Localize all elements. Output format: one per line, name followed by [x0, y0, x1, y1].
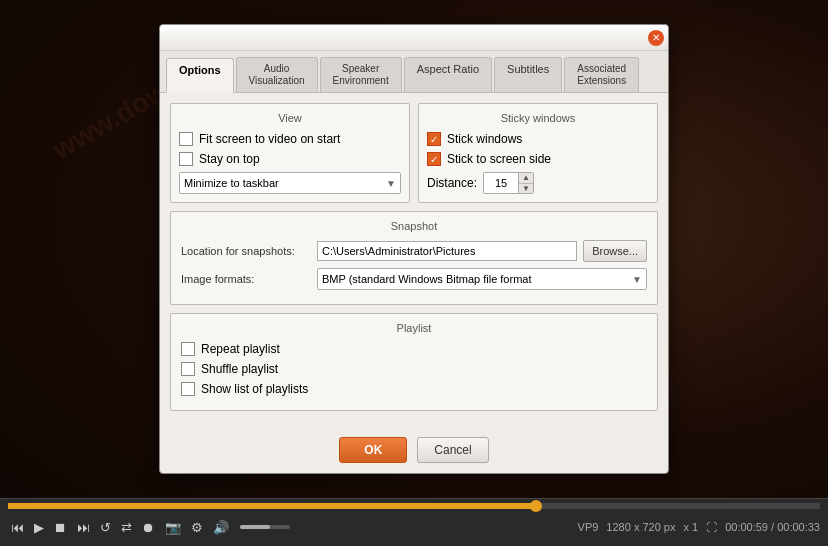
stay-on-top-row: Stay on top: [179, 152, 401, 166]
distance-input[interactable]: [484, 173, 519, 193]
tab-subtitles[interactable]: Subtitles: [494, 57, 562, 92]
location-input[interactable]: [317, 241, 577, 261]
close-button[interactable]: ✕: [648, 30, 664, 46]
tab-speaker-environment[interactable]: SpeakerEnvironment: [320, 57, 402, 92]
fit-screen-label: Fit screen to video on start: [199, 132, 340, 146]
playlist-section: Playlist Repeat playlist Shuffle playlis…: [170, 313, 658, 411]
stick-windows-row: Stick windows: [427, 132, 649, 146]
options-dialog: ✕ Options AudioVisualization SpeakerEnvi…: [159, 24, 669, 474]
time-display: 00:00:59 / 00:00:33: [725, 521, 820, 533]
distance-decrement-button[interactable]: ▼: [519, 183, 533, 193]
stick-to-screen-label: Stick to screen side: [447, 152, 551, 166]
play-prev-button[interactable]: ⏮: [8, 518, 27, 537]
control-bar: ⏮ ▶ ⏹ ⏭ ↺ ⇄ ⏺ 📷 ⚙ 🔊 VP9 1280 x 720 px x …: [0, 498, 828, 546]
tab-associated-extensions[interactable]: AssociatedExtensions: [564, 57, 639, 92]
format-row: Image formats: BMP (standard Windows Bit…: [181, 268, 647, 290]
dialog-titlebar: ✕: [160, 25, 668, 51]
stick-to-screen-checkbox[interactable]: [427, 152, 441, 166]
tab-options[interactable]: Options: [166, 58, 234, 93]
distance-spinner-buttons: ▲ ▼: [519, 173, 533, 193]
top-panels: View Fit screen to video on start Stay o…: [170, 103, 658, 203]
show-list-label: Show list of playlists: [201, 382, 308, 396]
volume-icon[interactable]: 🔊: [210, 518, 232, 537]
progress-thumb: [530, 500, 542, 512]
distance-increment-button[interactable]: ▲: [519, 173, 533, 183]
format-select-arrow: ▼: [632, 274, 642, 285]
playlist-title: Playlist: [181, 322, 647, 334]
distance-row: Distance: ▲ ▼: [427, 172, 649, 194]
shuffle-playlist-checkbox[interactable]: [181, 362, 195, 376]
ok-button[interactable]: OK: [339, 437, 407, 463]
zoom-label: x 1: [683, 521, 698, 533]
minimize-select-row: Minimize to taskbar ▼: [179, 172, 401, 194]
progress-bar[interactable]: [8, 503, 820, 509]
view-panel-title: View: [179, 112, 401, 124]
view-panel: View Fit screen to video on start Stay o…: [170, 103, 410, 203]
controls-row: ⏮ ▶ ⏹ ⏭ ↺ ⇄ ⏺ 📷 ⚙ 🔊 VP9 1280 x 720 px x …: [0, 511, 828, 543]
show-list-row: Show list of playlists: [181, 382, 647, 396]
shuffle-button[interactable]: ⇄: [118, 518, 135, 537]
show-list-checkbox[interactable]: [181, 382, 195, 396]
format-label: Image formats:: [181, 273, 311, 285]
play-next-button[interactable]: ⏭: [74, 518, 93, 537]
location-row: Location for snapshots: Browse...: [181, 240, 647, 262]
fit-screen-checkbox[interactable]: [179, 132, 193, 146]
sticky-panel-title: Sticky windows: [427, 112, 649, 124]
tab-aspect-ratio[interactable]: Aspect Ratio: [404, 57, 492, 92]
shuffle-playlist-label: Shuffle playlist: [201, 362, 278, 376]
snapshot-section: Snapshot Location for snapshots: Browse.…: [170, 211, 658, 305]
dialog-footer: OK Cancel: [160, 431, 668, 473]
repeat-playlist-row: Repeat playlist: [181, 342, 647, 356]
stay-on-top-label: Stay on top: [199, 152, 260, 166]
status-right: VP9 1280 x 720 px x 1 ⛶ 00:00:59 / 00:00…: [578, 521, 820, 533]
distance-label: Distance:: [427, 176, 477, 190]
tab-audio-visualization[interactable]: AudioVisualization: [236, 57, 318, 92]
codec-label: VP9: [578, 521, 599, 533]
dialog-overlay: ✕ Options AudioVisualization SpeakerEnvi…: [0, 0, 828, 546]
resolution-label: 1280 x 720 px: [606, 521, 675, 533]
tabs-container: Options AudioVisualization SpeakerEnviro…: [160, 51, 668, 93]
sticky-panel: Sticky windows Stick windows Stick to sc…: [418, 103, 658, 203]
loop-button[interactable]: ↺: [97, 518, 114, 537]
location-label: Location for snapshots:: [181, 245, 311, 257]
fit-screen-row: Fit screen to video on start: [179, 132, 401, 146]
stay-on-top-checkbox[interactable]: [179, 152, 193, 166]
repeat-playlist-checkbox[interactable]: [181, 342, 195, 356]
format-select[interactable]: BMP (standard Windows Bitmap file format…: [317, 268, 647, 290]
record-button[interactable]: ⏺: [139, 518, 158, 537]
stick-to-screen-row: Stick to screen side: [427, 152, 649, 166]
fullscreen-icon[interactable]: ⛶: [706, 521, 717, 533]
stick-windows-checkbox[interactable]: [427, 132, 441, 146]
shuffle-playlist-row: Shuffle playlist: [181, 362, 647, 376]
stop-button[interactable]: ⏹: [51, 518, 70, 537]
play-button[interactable]: ▶: [31, 518, 47, 537]
dialog-body: View Fit screen to video on start Stay o…: [160, 93, 668, 431]
distance-spinner[interactable]: ▲ ▼: [483, 172, 534, 194]
stick-windows-label: Stick windows: [447, 132, 522, 146]
volume-slider[interactable]: [240, 525, 290, 529]
minimize-select-arrow: ▼: [386, 178, 396, 189]
browse-button[interactable]: Browse...: [583, 240, 647, 262]
progress-fill: [8, 503, 536, 509]
volume-fill: [240, 525, 270, 529]
cancel-button[interactable]: Cancel: [417, 437, 488, 463]
snapshot-title: Snapshot: [181, 220, 647, 232]
minimize-select-value: Minimize to taskbar: [184, 177, 279, 189]
snapshot-button[interactable]: 📷: [162, 518, 184, 537]
minimize-select[interactable]: Minimize to taskbar ▼: [179, 172, 401, 194]
format-select-value: BMP (standard Windows Bitmap file format: [322, 273, 531, 285]
repeat-playlist-label: Repeat playlist: [201, 342, 280, 356]
settings-button[interactable]: ⚙: [188, 518, 206, 537]
